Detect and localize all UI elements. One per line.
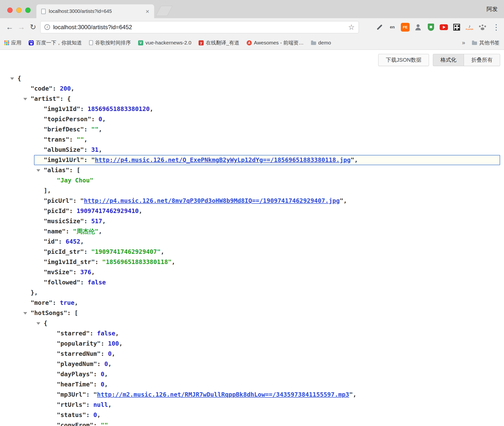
json-line: {: [0, 73, 504, 84]
tab-close-icon[interactable]: ×: [146, 8, 149, 15]
qrcode-extension-icon[interactable]: [452, 23, 461, 32]
json-token: ,: [84, 136, 88, 143]
json-token: "name": [44, 228, 66, 235]
tab-strip: localhost:3000/artists?id=645 × 阿发: [0, 0, 504, 18]
json-token: "picId_str": [44, 248, 84, 255]
fe-label: FE: [403, 25, 407, 29]
reload-icon[interactable]: ↻: [27, 23, 39, 31]
json-token: ,: [108, 401, 112, 408]
player-extension-icon[interactable]: ♪ PLAYER: [465, 23, 474, 32]
url-text[interactable]: localhost:3000/artists?id=6452: [53, 24, 132, 31]
new-tab-button[interactable]: [156, 6, 173, 16]
bookmark-awesomes[interactable]: A Awesomes - 前端资…: [247, 39, 304, 46]
other-bookmarks-folder[interactable]: 其他书签: [472, 39, 500, 46]
json-token: "copyFrom": [57, 422, 93, 426]
menu-icon[interactable]: ⋮: [492, 23, 500, 31]
page-content: 下载JSON数据 格式化 折叠所有 {"code": 200,"artist":…: [0, 50, 504, 426]
back-icon[interactable]: ←: [4, 23, 16, 31]
shield-icon: [428, 24, 434, 31]
bookmarks-overflow-chevron-icon[interactable]: »: [462, 39, 465, 46]
json-line: "popularity": 100,: [0, 339, 504, 349]
json-token: "albumSize": [44, 146, 84, 153]
youtube-extension-icon[interactable]: [439, 23, 448, 32]
json-token: ,: [99, 228, 102, 235]
json-token: :: [73, 269, 80, 276]
json-token: :: [93, 422, 101, 426]
json-url-link[interactable]: http://m2.music.126.net/RMJR7wDullRqppBk…: [97, 391, 349, 398]
bookmarks-bar: 应用 百度一下，你就知道 谷歌按时间排序 V vue-hackernews-2.…: [0, 36, 504, 50]
json-token: ": [340, 197, 343, 204]
json-token: 0: [104, 360, 108, 367]
bookmark-apps[interactable]: 应用: [4, 39, 21, 46]
bookmark-star-icon[interactable]: ☆: [348, 24, 355, 31]
bookmark-label: vue-hackernews-2.0: [145, 40, 191, 46]
json-token: "picId": [44, 207, 69, 214]
json-token: :: [86, 411, 93, 418]
bookmark-baidu[interactable]: 百度一下，你就知道: [29, 39, 82, 46]
json-token: :: [66, 228, 73, 235]
json-token: "img1v1Id": [44, 105, 80, 112]
json-token: "more": [31, 299, 52, 306]
json-url-link[interactable]: http://p4.music.126.net/8mv7qP30Pd3oHW8b…: [84, 197, 340, 204]
window-minimize-icon[interactable]: [16, 8, 22, 13]
json-token: 19097417462929410: [76, 207, 139, 214]
json-token: 100: [108, 340, 119, 347]
json-token: ,: [99, 146, 102, 153]
browser-tab[interactable]: localhost:3000/artists?id=645 ×: [36, 4, 154, 18]
json-line: "picId": 19097417462929410,: [0, 206, 504, 216]
json-token: ,: [354, 156, 358, 163]
json-url-link[interactable]: http://p4.music.126.net/Q_ExePNkmgB2yWyL…: [95, 156, 351, 163]
collapse-toggle-icon[interactable]: [10, 77, 14, 80]
json-token: :: [86, 401, 93, 408]
json-token: "followed": [44, 279, 80, 286]
collapse-toggle-icon[interactable]: [36, 322, 40, 325]
json-token: "alias": [44, 167, 69, 174]
bookmark-label: 在线翻译_有道: [206, 39, 239, 46]
json-token: "周杰伦": [73, 228, 98, 235]
json-line: "playedNum": 0,: [0, 359, 504, 369]
pen-extension-icon[interactable]: [375, 23, 384, 32]
json-token: true: [60, 299, 74, 306]
window-zoom-icon[interactable]: [25, 8, 31, 13]
json-token: null: [93, 401, 108, 408]
translate-en-extension-icon[interactable]: en: [388, 23, 397, 32]
json-line: "more": true,: [0, 298, 504, 308]
format-button[interactable]: 格式化: [433, 54, 464, 66]
json-token: ,: [80, 238, 84, 245]
collapse-all-button[interactable]: 折叠所有: [464, 54, 500, 66]
paw-extension-icon[interactable]: [478, 23, 487, 32]
json-line: "starredNum": 0,: [0, 349, 504, 359]
bookmark-youdao-translate[interactable]: y 在线翻译_有道: [199, 39, 239, 46]
window-close-icon[interactable]: [7, 8, 13, 13]
fehelper-extension-icon[interactable]: FE: [401, 23, 410, 32]
json-line: "id": 6452,: [0, 237, 504, 247]
json-token: ,: [75, 299, 78, 306]
profile-name[interactable]: 阿发: [487, 5, 498, 13]
json-line: "alias": [: [0, 165, 504, 175]
address-bar[interactable]: i localhost:3000/artists?id=6452 ☆: [40, 21, 359, 33]
json-token: "18569651883380118": [102, 258, 172, 265]
en-label: en: [390, 25, 395, 30]
json-token: :: [91, 116, 99, 123]
json-line: "hearTime": 0,: [0, 379, 504, 390]
bookmark-demo-folder[interactable]: demo: [311, 40, 331, 46]
bookmark-google-sort[interactable]: 谷歌按时间排序: [89, 39, 131, 46]
bookmark-vue-hackernews[interactable]: V vue-hackernews-2.0: [138, 40, 191, 46]
collapse-toggle-icon[interactable]: [23, 312, 27, 315]
json-token: "musicSize": [44, 218, 84, 225]
bookmark-label: 谷歌按时间排序: [95, 39, 131, 46]
json-token: "code": [31, 85, 52, 92]
json-token: :: [101, 350, 108, 357]
json-token: :: [52, 85, 60, 92]
json-token: "playedNum": [57, 360, 97, 367]
json-token: ,: [71, 85, 75, 92]
paw-icon: [479, 24, 486, 30]
person-extension-icon[interactable]: [414, 23, 422, 32]
collapse-toggle-icon[interactable]: [23, 98, 27, 100]
json-token: "dayPlays": [57, 371, 93, 378]
json-token: "Jay Chou": [57, 177, 93, 184]
page-info-icon[interactable]: i: [44, 24, 50, 30]
collapse-toggle-icon[interactable]: [36, 169, 40, 172]
green-shield-extension-icon[interactable]: [427, 23, 435, 32]
download-json-button[interactable]: 下载JSON数据: [378, 54, 429, 66]
